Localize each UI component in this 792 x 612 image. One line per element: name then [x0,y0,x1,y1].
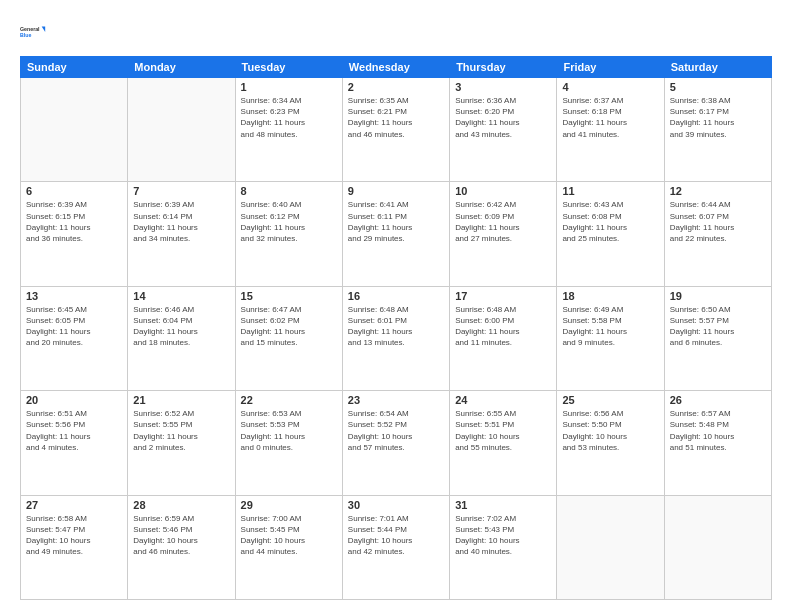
calendar-cell: 13Sunrise: 6:45 AM Sunset: 6:05 PM Dayli… [21,286,128,390]
day-info: Sunrise: 7:01 AM Sunset: 5:44 PM Dayligh… [348,513,444,558]
weekday-header-saturday: Saturday [664,57,771,78]
day-info: Sunrise: 6:43 AM Sunset: 6:08 PM Dayligh… [562,199,658,244]
calendar-cell: 23Sunrise: 6:54 AM Sunset: 5:52 PM Dayli… [342,391,449,495]
calendar-cell: 9Sunrise: 6:41 AM Sunset: 6:11 PM Daylig… [342,182,449,286]
day-number: 10 [455,185,551,197]
day-number: 19 [670,290,766,302]
day-number: 31 [455,499,551,511]
day-info: Sunrise: 7:02 AM Sunset: 5:43 PM Dayligh… [455,513,551,558]
svg-text:General: General [20,26,40,32]
day-number: 29 [241,499,337,511]
weekday-header-friday: Friday [557,57,664,78]
weekday-header-wednesday: Wednesday [342,57,449,78]
day-number: 25 [562,394,658,406]
day-info: Sunrise: 6:50 AM Sunset: 5:57 PM Dayligh… [670,304,766,349]
calendar-cell: 25Sunrise: 6:56 AM Sunset: 5:50 PM Dayli… [557,391,664,495]
calendar-cell: 29Sunrise: 7:00 AM Sunset: 5:45 PM Dayli… [235,495,342,599]
day-number: 8 [241,185,337,197]
day-info: Sunrise: 6:58 AM Sunset: 5:47 PM Dayligh… [26,513,122,558]
calendar-cell: 15Sunrise: 6:47 AM Sunset: 6:02 PM Dayli… [235,286,342,390]
calendar-cell: 10Sunrise: 6:42 AM Sunset: 6:09 PM Dayli… [450,182,557,286]
day-info: Sunrise: 6:53 AM Sunset: 5:53 PM Dayligh… [241,408,337,453]
week-row-3: 13Sunrise: 6:45 AM Sunset: 6:05 PM Dayli… [21,286,772,390]
day-number: 28 [133,499,229,511]
day-info: Sunrise: 6:48 AM Sunset: 6:01 PM Dayligh… [348,304,444,349]
calendar-cell [557,495,664,599]
day-info: Sunrise: 6:39 AM Sunset: 6:15 PM Dayligh… [26,199,122,244]
calendar-cell: 1Sunrise: 6:34 AM Sunset: 6:23 PM Daylig… [235,78,342,182]
calendar-cell: 17Sunrise: 6:48 AM Sunset: 6:00 PM Dayli… [450,286,557,390]
day-info: Sunrise: 6:57 AM Sunset: 5:48 PM Dayligh… [670,408,766,453]
day-number: 14 [133,290,229,302]
calendar-cell: 20Sunrise: 6:51 AM Sunset: 5:56 PM Dayli… [21,391,128,495]
day-number: 30 [348,499,444,511]
calendar-cell: 22Sunrise: 6:53 AM Sunset: 5:53 PM Dayli… [235,391,342,495]
calendar-cell: 24Sunrise: 6:55 AM Sunset: 5:51 PM Dayli… [450,391,557,495]
day-info: Sunrise: 7:00 AM Sunset: 5:45 PM Dayligh… [241,513,337,558]
day-info: Sunrise: 6:59 AM Sunset: 5:46 PM Dayligh… [133,513,229,558]
day-info: Sunrise: 6:45 AM Sunset: 6:05 PM Dayligh… [26,304,122,349]
weekday-header-tuesday: Tuesday [235,57,342,78]
day-info: Sunrise: 6:41 AM Sunset: 6:11 PM Dayligh… [348,199,444,244]
day-number: 3 [455,81,551,93]
day-number: 9 [348,185,444,197]
week-row-5: 27Sunrise: 6:58 AM Sunset: 5:47 PM Dayli… [21,495,772,599]
logo: GeneralBlue [20,18,48,46]
day-info: Sunrise: 6:38 AM Sunset: 6:17 PM Dayligh… [670,95,766,140]
weekday-header-sunday: Sunday [21,57,128,78]
day-number: 21 [133,394,229,406]
day-info: Sunrise: 6:36 AM Sunset: 6:20 PM Dayligh… [455,95,551,140]
calendar-cell [664,495,771,599]
week-row-4: 20Sunrise: 6:51 AM Sunset: 5:56 PM Dayli… [21,391,772,495]
day-info: Sunrise: 6:47 AM Sunset: 6:02 PM Dayligh… [241,304,337,349]
calendar-table: SundayMondayTuesdayWednesdayThursdayFrid… [20,56,772,600]
day-number: 6 [26,185,122,197]
calendar-cell: 21Sunrise: 6:52 AM Sunset: 5:55 PM Dayli… [128,391,235,495]
day-number: 2 [348,81,444,93]
calendar-cell: 27Sunrise: 6:58 AM Sunset: 5:47 PM Dayli… [21,495,128,599]
day-info: Sunrise: 6:54 AM Sunset: 5:52 PM Dayligh… [348,408,444,453]
weekday-header-monday: Monday [128,57,235,78]
day-number: 5 [670,81,766,93]
day-info: Sunrise: 6:40 AM Sunset: 6:12 PM Dayligh… [241,199,337,244]
day-info: Sunrise: 6:35 AM Sunset: 6:21 PM Dayligh… [348,95,444,140]
day-info: Sunrise: 6:56 AM Sunset: 5:50 PM Dayligh… [562,408,658,453]
svg-marker-2 [42,26,46,32]
day-number: 12 [670,185,766,197]
calendar-cell: 30Sunrise: 7:01 AM Sunset: 5:44 PM Dayli… [342,495,449,599]
header: GeneralBlue [20,18,772,46]
day-number: 16 [348,290,444,302]
calendar-page: GeneralBlue SundayMondayTuesdayWednesday… [0,0,792,612]
logo-icon: GeneralBlue [20,18,48,46]
calendar-cell: 26Sunrise: 6:57 AM Sunset: 5:48 PM Dayli… [664,391,771,495]
day-number: 23 [348,394,444,406]
calendar-cell: 11Sunrise: 6:43 AM Sunset: 6:08 PM Dayli… [557,182,664,286]
day-info: Sunrise: 6:44 AM Sunset: 6:07 PM Dayligh… [670,199,766,244]
calendar-cell: 28Sunrise: 6:59 AM Sunset: 5:46 PM Dayli… [128,495,235,599]
svg-text:Blue: Blue [20,32,31,38]
day-number: 7 [133,185,229,197]
calendar-cell [21,78,128,182]
calendar-cell: 8Sunrise: 6:40 AM Sunset: 6:12 PM Daylig… [235,182,342,286]
day-number: 1 [241,81,337,93]
calendar-cell: 3Sunrise: 6:36 AM Sunset: 6:20 PM Daylig… [450,78,557,182]
day-number: 26 [670,394,766,406]
calendar-cell: 6Sunrise: 6:39 AM Sunset: 6:15 PM Daylig… [21,182,128,286]
week-row-1: 1Sunrise: 6:34 AM Sunset: 6:23 PM Daylig… [21,78,772,182]
day-info: Sunrise: 6:46 AM Sunset: 6:04 PM Dayligh… [133,304,229,349]
day-info: Sunrise: 6:51 AM Sunset: 5:56 PM Dayligh… [26,408,122,453]
day-number: 13 [26,290,122,302]
day-number: 15 [241,290,337,302]
day-number: 22 [241,394,337,406]
day-number: 24 [455,394,551,406]
day-info: Sunrise: 6:55 AM Sunset: 5:51 PM Dayligh… [455,408,551,453]
day-number: 20 [26,394,122,406]
calendar-cell: 31Sunrise: 7:02 AM Sunset: 5:43 PM Dayli… [450,495,557,599]
day-number: 4 [562,81,658,93]
day-number: 18 [562,290,658,302]
calendar-cell: 4Sunrise: 6:37 AM Sunset: 6:18 PM Daylig… [557,78,664,182]
day-info: Sunrise: 6:39 AM Sunset: 6:14 PM Dayligh… [133,199,229,244]
day-info: Sunrise: 6:42 AM Sunset: 6:09 PM Dayligh… [455,199,551,244]
day-info: Sunrise: 6:37 AM Sunset: 6:18 PM Dayligh… [562,95,658,140]
calendar-cell: 18Sunrise: 6:49 AM Sunset: 5:58 PM Dayli… [557,286,664,390]
